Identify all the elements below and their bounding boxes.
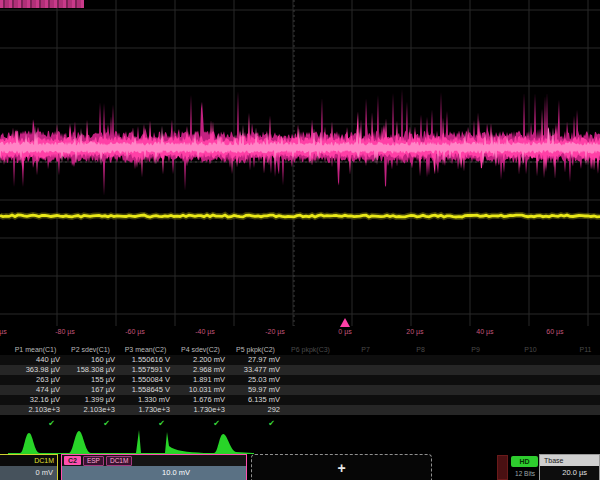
param-value: 1.330 mV — [118, 395, 173, 405]
param-value: 33.477 mV — [228, 365, 283, 375]
param-header[interactable]: P5 pkpk(C2) — [228, 345, 283, 355]
param-status-check: ✔ — [118, 419, 173, 429]
param-header[interactable]: P1 mean(C1) — [8, 345, 63, 355]
param-value: 10.031 mV — [173, 385, 228, 395]
param-header[interactable]: P2 sdev(C1) — [63, 345, 118, 355]
add-trace-button[interactable]: + — [251, 454, 432, 480]
c2-coupling-badge: DC1M — [106, 456, 132, 466]
hd-mode-badge[interactable]: HD — [511, 456, 538, 467]
param-value: 1.399 µV — [63, 395, 118, 405]
c2-label: C2 — [64, 456, 81, 465]
channel-c1-descriptor[interactable]: DC1M 0 mV — [0, 454, 58, 480]
c2-chip-row: C2 ESP DC1M — [62, 455, 246, 466]
time-axis-label: -20 µs — [253, 327, 297, 337]
param-status-check: ✔ — [8, 419, 63, 429]
time-axis-label: 60 µs — [533, 327, 577, 337]
param-value: 1.676 mV — [173, 395, 228, 405]
param-header[interactable]: P3 mean(C2) — [118, 345, 173, 355]
measurement-histicons — [0, 429, 600, 455]
param-value: 25.03 mV — [228, 375, 283, 385]
param-header[interactable]: P9 — [448, 345, 503, 355]
param-value: 160 µV — [63, 355, 118, 365]
param-value: 2.200 mV — [173, 355, 228, 365]
param-header[interactable]: P4 sdev(C2) — [173, 345, 228, 355]
histicon — [206, 434, 254, 454]
tbase-label: Tbase — [540, 455, 599, 466]
param-value: 2.103e+3 — [63, 405, 118, 415]
time-axis-label: 20 µs — [393, 327, 437, 337]
time-axis-label: 0 µs — [323, 327, 367, 337]
param-status-check: ✔ — [63, 419, 118, 429]
oscilloscope-screen: -100 µs-80 µs-60 µs-40 µs-20 µs0 µs20 µs… — [0, 0, 600, 480]
c2-scale-value: 10.0 mV — [62, 466, 246, 480]
param-header[interactable]: P10 — [503, 345, 558, 355]
c2-esp-badge: ESP — [83, 456, 104, 466]
param-value: 440 µV — [8, 355, 63, 365]
time-axis-label: -60 µs — [113, 327, 157, 337]
waveform-grid-area[interactable] — [0, 0, 600, 340]
param-value: 158.308 µV — [63, 365, 118, 375]
param-value: 474 µV — [8, 385, 63, 395]
clipped-annotation-label — [0, 0, 84, 8]
tbase-scale-value: 20.0 µs — [540, 466, 599, 480]
histicon — [10, 433, 58, 454]
histicon — [108, 430, 156, 454]
param-value: 6.135 mV — [228, 395, 283, 405]
param-value: 2.103e+3 — [8, 405, 63, 415]
param-value: 1.730e+3 — [173, 405, 228, 415]
channel-c2-descriptor[interactable]: C2 ESP DC1M 10.0 mV — [61, 454, 247, 480]
param-value: 59.97 mV — [228, 385, 283, 395]
param-value: 292 — [228, 405, 283, 415]
histicon — [59, 431, 107, 454]
param-header[interactable]: P6 pkpk(C3) — [283, 345, 338, 355]
param-value: 1.557591 V — [118, 365, 173, 375]
param-value: 32.16 µV — [8, 395, 63, 405]
param-value: 1.730e+3 — [118, 405, 173, 415]
time-axis-label: -40 µs — [183, 327, 227, 337]
time-axis-label: -100 µs — [0, 327, 17, 337]
param-value: 263 µV — [8, 375, 63, 385]
param-header[interactable]: P8 — [393, 345, 448, 355]
param-value: 1.550616 V — [118, 355, 173, 365]
c1-coupling-label: DC1M — [0, 455, 57, 466]
param-status-check: ✔ — [228, 419, 283, 429]
timebase-descriptor[interactable]: Tbase 20.0 µs — [539, 454, 600, 480]
param-value: 27.97 mV — [228, 355, 283, 365]
param-value: 155 µV — [63, 375, 118, 385]
param-value: 1.891 mV — [173, 375, 228, 385]
param-value: 167 µV — [63, 385, 118, 395]
histicon — [157, 432, 205, 454]
param-value: 1.550084 V — [118, 375, 173, 385]
time-axis-label: 40 µs — [463, 327, 507, 337]
param-value: 2.968 mV — [173, 365, 228, 375]
time-axis-label: -80 µs — [43, 327, 87, 337]
param-header[interactable]: P11 — [558, 345, 600, 355]
param-value: 1.558645 V — [118, 385, 173, 395]
param-status-check: ✔ — [173, 419, 228, 429]
c1-scale-value: 0 mV — [0, 466, 57, 480]
c2-scale-row: 10.0 mV — [62, 466, 246, 480]
param-value: 363.98 µV — [8, 365, 63, 375]
param-header[interactable]: P7 — [338, 345, 393, 355]
